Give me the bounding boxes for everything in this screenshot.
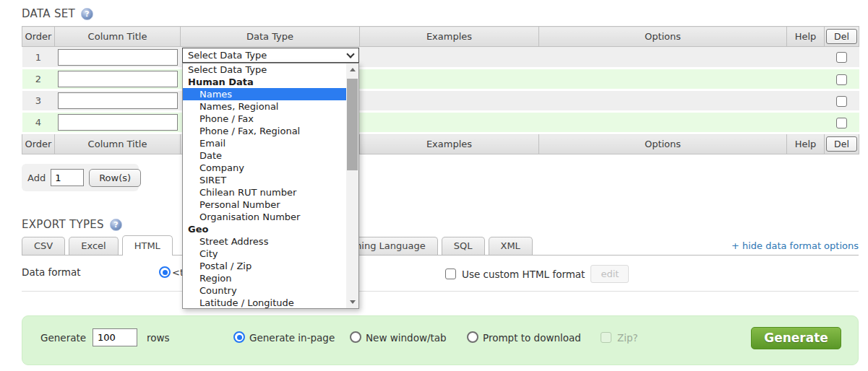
data-type-dropdown: Select Data Type Select Data Type Human … [182,48,359,309]
rows-word-label: rows [147,332,170,344]
option-phone-fax[interactable]: Phone / Fax [183,113,346,125]
option-region[interactable]: Region [183,272,346,284]
column-title-input[interactable] [58,49,178,66]
option-phone-fax-regional[interactable]: Phone / Fax, Regional [183,125,346,137]
add-label: Add [27,173,46,183]
use-custom-html-checkbox[interactable] [445,269,456,279]
option-names[interactable]: Names [183,88,346,100]
generate-button[interactable]: Generate [751,327,841,349]
footer-order: Order [22,134,55,154]
option-city[interactable]: City [183,248,346,260]
zip-checkbox [601,332,611,343]
generate-bar: Generate rows Generate in-page New windo… [22,315,859,365]
generate-rows-label: Generate [40,332,86,344]
export-types-section: EXPORT TYPES ? CSV Excel HTML Programmin… [22,218,859,292]
options-cell [539,47,787,69]
use-custom-html-label: Use custom HTML format [462,269,585,280]
option-company[interactable]: Company [183,162,346,174]
table-row-1: 1 [22,47,859,69]
dataset-title-row: DATA SET ? [22,7,859,20]
export-title: EXPORT TYPES [22,218,104,231]
tab-excel[interactable]: Excel [69,237,118,255]
option-names-regional[interactable]: Names, Regional [183,100,346,113]
header-help: Help [787,27,825,47]
option-postal-zip[interactable]: Postal / Zip [183,260,346,272]
table-row-3: 3 [22,90,859,112]
add-rows-count-input[interactable] [51,169,84,186]
footer-options: Options [539,134,787,154]
scroll-up-icon[interactable] [346,64,358,76]
option-siret[interactable]: SIRET [183,174,346,186]
export-tabs: CSV Excel HTML Programming Language SQL … [22,237,859,256]
option-country[interactable]: Country [183,284,346,297]
radio-prompt-to-download[interactable] [467,331,478,343]
options-cell [539,90,787,112]
tab-xml[interactable]: XML [489,237,533,255]
option-organisation-number[interactable]: Organisation Number [183,211,346,223]
data-type-selected-value: Select Data Type [188,50,267,61]
option-select-data-type[interactable]: Select Data Type [183,64,346,76]
radio-new-window-tab[interactable] [350,331,361,343]
column-title-input[interactable] [58,114,178,131]
scroll-down-icon[interactable] [346,296,358,308]
option-date[interactable]: Date [183,149,346,162]
header-order: Order [22,27,55,47]
generatedata-page: DATA SET ? Order Column Title Data Type … [0,0,868,371]
scrollbar-thumb[interactable] [347,79,358,170]
data-type-select[interactable]: Select Data Type [182,48,359,63]
option-personal-number[interactable]: Personal Number [183,198,346,211]
edit-custom-format-button[interactable]: edit [590,265,629,283]
zip-label: Zip? [617,332,638,344]
header-data-type: Data Type [181,27,360,47]
hide-data-format-options-link[interactable]: + hide data format options [731,240,859,251]
option-chilean-rut-number[interactable]: Chilean RUT number [183,186,346,198]
add-rows-box: Add Row(s) [22,164,139,191]
html-format-panel: Data format <t Use custom HTML format ed… [22,256,859,292]
data-format-radio[interactable] [159,266,171,278]
chevron-down-icon [346,50,354,58]
examples-cell [360,47,539,69]
row-order: 2 [22,69,55,90]
num-rows-input[interactable] [93,328,137,346]
radio-new-window-tab-label: New window/tab [366,332,447,344]
export-title-row: EXPORT TYPES ? [22,218,859,231]
dataset-footer-header-row: Order Column Title Data Type Examples Op… [22,134,859,154]
option-street-address[interactable]: Street Address [183,235,346,248]
dataset-header-row: Order Column Title Data Type Examples Op… [22,27,859,47]
radio-generate-in-page[interactable] [233,331,245,343]
option-email[interactable]: Email [183,137,346,149]
optgroup-human-data: Human Data [183,76,346,88]
add-rows-button[interactable]: Row(s) [89,169,141,187]
delete-row-checkbox[interactable] [836,52,847,63]
header-examples: Examples [360,27,539,47]
option-latitude-longitude[interactable]: Latitude / Longitude [183,297,346,309]
help-cell [787,90,825,112]
tab-sql[interactable]: SQL [442,237,485,255]
scrollbar[interactable] [346,64,358,308]
custom-html-format-group: Use custom HTML format edit [445,265,629,283]
tab-csv[interactable]: CSV [22,237,65,255]
help-cell [787,69,825,90]
row-order: 3 [22,90,55,112]
header-options: Options [539,27,787,47]
options-cell [539,112,787,134]
options-cell [539,69,787,90]
delete-row-checkbox[interactable] [836,96,847,107]
column-title-input[interactable] [58,92,178,109]
help-icon[interactable]: ? [81,8,93,20]
tab-html[interactable]: HTML [122,235,173,256]
delete-selected-button[interactable]: Del [826,136,857,152]
delete-selected-button[interactable]: Del [826,29,857,44]
examples-cell [360,69,539,90]
help-cell [787,112,825,134]
delete-row-checkbox[interactable] [836,74,847,85]
radio-generate-in-page-label: Generate in-page [249,332,335,344]
column-title-input[interactable] [58,71,178,87]
delete-row-checkbox[interactable] [836,118,847,128]
examples-cell [360,112,539,134]
row-order: 4 [22,112,55,134]
row-order: 1 [22,47,55,69]
footer-examples: Examples [360,134,539,154]
optgroup-geo: Geo [183,223,346,235]
help-icon[interactable]: ? [110,219,122,231]
